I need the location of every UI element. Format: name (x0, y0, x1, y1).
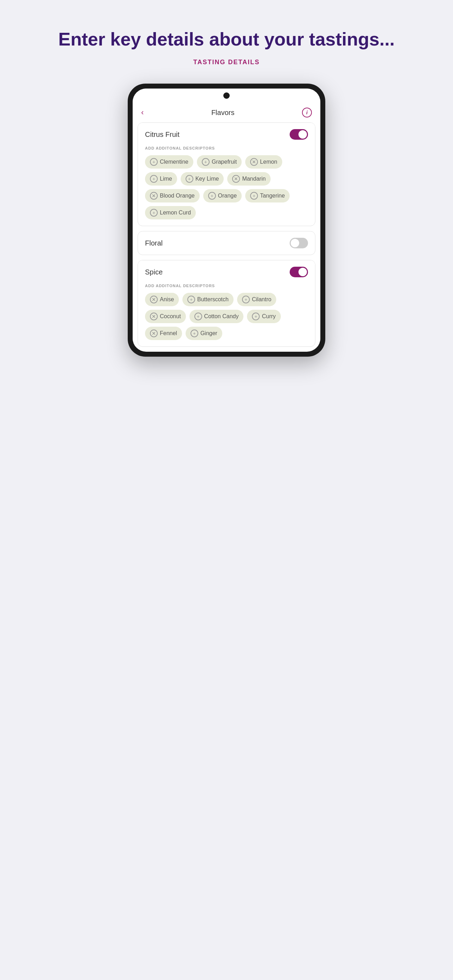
page-header: Enter key details about your tastings...… (37, 28, 416, 66)
tag-lime[interactable]: + Lime (145, 172, 177, 186)
descriptors-label: ADD ADDITONAL DESCRIPTORS (145, 146, 308, 150)
screen-content: ‹ Flavors i Citrus Fruit ADD ADDITONAL D… (133, 103, 320, 347)
citrus-fruit-toggle[interactable] (290, 129, 308, 140)
x-icon: ✕ (250, 158, 258, 166)
tag-blood-orange[interactable]: ✕ Blood Orange (145, 189, 200, 202)
tag-tangerine[interactable]: + Tangerine (245, 189, 290, 202)
tag-label: Blood Orange (160, 192, 195, 199)
tag-label: Curry (262, 313, 275, 320)
plus-icon: + (150, 158, 158, 166)
citrus-fruit-header: Citrus Fruit (138, 123, 315, 146)
tag-curry[interactable]: + Curry (247, 310, 280, 323)
x-icon: ✕ (150, 329, 158, 337)
citrus-tags-grid: + Clementine + Grapefruit ✕ Lemon + (145, 155, 308, 220)
x-icon: ✕ (150, 296, 158, 303)
tag-lemon[interactable]: ✕ Lemon (245, 155, 282, 169)
back-button[interactable]: ‹ (141, 108, 144, 117)
page-subtitle: TASTING DETAILS (58, 59, 395, 66)
tag-cotton-candy[interactable]: + Cotton Candy (189, 310, 244, 323)
tag-orange[interactable]: + Orange (203, 189, 242, 202)
camera-cutout (223, 92, 230, 99)
citrus-fruit-descriptors: ADD ADDITONAL DESCRIPTORS + Clementine +… (138, 146, 315, 226)
phone-screen: ‹ Flavors i Citrus Fruit ADD ADDITONAL D… (133, 89, 320, 352)
tag-label: Lime (160, 176, 172, 182)
phone-notch (133, 89, 320, 103)
spice-title: Spice (145, 268, 163, 276)
tag-key-lime[interactable]: + Key Lime (181, 172, 224, 186)
plus-icon: + (186, 175, 193, 183)
tag-grapefruit[interactable]: + Grapefruit (197, 155, 242, 169)
tag-cilantro[interactable]: + Cilantro (237, 293, 276, 306)
spice-toggle[interactable] (290, 267, 308, 277)
phone-device: ‹ Flavors i Citrus Fruit ADD ADDITONAL D… (128, 84, 325, 356)
tag-label: Grapefruit (212, 159, 237, 165)
tag-fennel[interactable]: ✕ Fennel (145, 327, 182, 340)
tag-label: Tangerine (260, 192, 285, 199)
plus-icon: + (150, 175, 158, 183)
tag-clementine[interactable]: + Clementine (145, 155, 193, 169)
tag-coconut[interactable]: ✕ Coconut (145, 310, 186, 323)
floral-title: Floral (145, 239, 163, 247)
tag-butterscotch[interactable]: + Butterscotch (183, 293, 234, 306)
tag-lemon-curd[interactable]: + Lemon Curd (145, 206, 196, 220)
spice-tags-grid: ✕ Anise + Butterscotch + Cilantro ✕ (145, 293, 308, 340)
tag-label: Mandarin (242, 176, 265, 182)
plus-icon: + (252, 313, 260, 320)
toggle-knob (291, 239, 299, 247)
tag-mandarin[interactable]: ✕ Mandarin (227, 172, 270, 186)
tag-label: Key Lime (196, 176, 219, 182)
plus-icon: + (194, 313, 202, 320)
tag-label: Lemon (260, 159, 277, 165)
spice-header: Spice (138, 260, 315, 284)
tag-label: Clementine (160, 159, 188, 165)
tag-label: Cotton Candy (204, 313, 239, 320)
tag-label: Orange (218, 192, 237, 199)
plus-icon: + (208, 192, 216, 200)
info-button[interactable]: i (302, 108, 312, 118)
tag-label: Lemon Curd (160, 210, 191, 216)
spice-section: Spice ADD ADDITONAL DESCRIPTORS ✕ Anise … (138, 260, 315, 347)
toggle-knob (299, 268, 307, 276)
plus-icon: + (202, 158, 210, 166)
floral-section: Floral (138, 231, 315, 255)
plus-icon: + (250, 192, 258, 200)
nav-title: Flavors (211, 109, 235, 117)
citrus-fruit-section: Citrus Fruit ADD ADDITONAL DESCRIPTORS +… (138, 123, 315, 226)
citrus-fruit-title: Citrus Fruit (145, 130, 180, 138)
tag-label: Butterscotch (197, 296, 229, 303)
plus-icon: + (242, 296, 250, 303)
tag-label: Anise (160, 296, 174, 303)
toggle-knob (299, 130, 307, 138)
x-icon: ✕ (232, 175, 240, 183)
plus-icon: + (191, 329, 198, 337)
x-icon: ✕ (150, 192, 158, 200)
x-icon: ✕ (150, 313, 158, 320)
descriptors-label: ADD ADDITONAL DESCRIPTORS (145, 284, 308, 288)
tag-label: Ginger (200, 330, 217, 337)
tag-ginger[interactable]: + Ginger (186, 327, 222, 340)
plus-icon: + (188, 296, 195, 303)
tag-label: Fennel (160, 330, 177, 337)
plus-icon: + (150, 209, 158, 216)
tag-label: Coconut (160, 313, 181, 320)
floral-toggle[interactable] (290, 238, 308, 248)
nav-bar: ‹ Flavors i (133, 103, 320, 123)
page-title: Enter key details about your tastings... (58, 28, 395, 50)
spice-descriptors: ADD ADDITONAL DESCRIPTORS ✕ Anise + Butt… (138, 284, 315, 347)
tag-anise[interactable]: ✕ Anise (145, 293, 179, 306)
tag-label: Cilantro (252, 296, 271, 303)
